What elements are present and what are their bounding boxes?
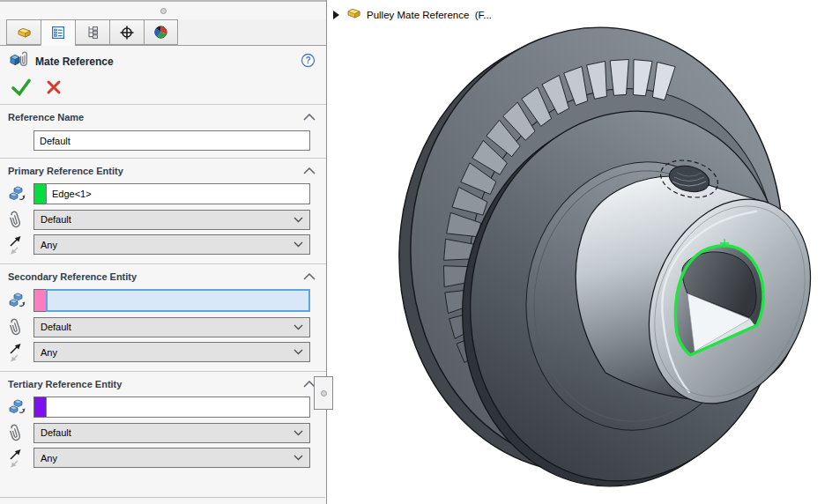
- group-title: Tertiary Reference Entity: [8, 379, 303, 389]
- primary-selection-input[interactable]: [46, 183, 310, 204]
- reference-name-header[interactable]: Reference Name: [0, 105, 326, 126]
- chevron-down-icon: [293, 217, 303, 223]
- mate-alignment-icon: [7, 235, 33, 255]
- ok-button[interactable]: [11, 78, 32, 96]
- dropdown-value: Default: [41, 427, 293, 438]
- pulley-model[interactable]: [331, 0, 832, 504]
- chevron-down-icon: [293, 324, 303, 330]
- mate-reference-icon: [9, 51, 28, 72]
- tertiary-color-swatch: [33, 397, 46, 418]
- chevron-up-icon: [303, 273, 316, 280]
- displaymanager-icon: [153, 25, 168, 40]
- tab-configurationmanager[interactable]: [75, 19, 109, 45]
- section-secondary-reference: Secondary Reference Entity: [0, 264, 326, 371]
- primary-color-swatch: [33, 183, 46, 204]
- configurationmanager-icon: [85, 25, 100, 40]
- grip-dot: [321, 390, 327, 397]
- chevron-down-icon: [293, 241, 303, 248]
- secondary-color-swatch: [33, 289, 46, 312]
- property-manager-panel: Mate Reference ?: [0, 0, 327, 504]
- tertiary-mate-type-dropdown[interactable]: Default: [33, 423, 310, 443]
- paperclip-icon: [7, 209, 33, 230]
- paperclip-icon: [7, 422, 33, 443]
- solidworks-window: Mate Reference ?: [0, 0, 832, 504]
- reference-entity-selection-icon: [7, 291, 33, 310]
- splitter-dot: [160, 8, 167, 14]
- flyout-part-icon: [346, 6, 361, 23]
- dropdown-value: Any: [41, 347, 293, 358]
- chevron-down-icon: [293, 430, 303, 436]
- chevron-up-icon: [303, 114, 316, 121]
- group-title: Secondary Reference Entity: [8, 271, 303, 282]
- cancel-button[interactable]: [46, 79, 62, 95]
- divider: [0, 497, 325, 498]
- propertymanager-header: Mate Reference ?: [0, 46, 326, 74]
- page-title: Mate Reference: [35, 56, 301, 68]
- reference-name-input[interactable]: [33, 130, 310, 151]
- reference-entity-selection-icon: [7, 397, 33, 417]
- tertiary-reference-header[interactable]: Tertiary Reference Entity: [0, 372, 326, 393]
- tab-propertymanager[interactable]: [41, 19, 75, 46]
- chevron-up-icon: [303, 167, 316, 174]
- dropdown-value: Default: [41, 322, 293, 332]
- flyout-node-label[interactable]: Pulley Mate Reference (F...: [367, 10, 492, 20]
- group-title: Primary Reference Entity: [8, 166, 303, 176]
- secondary-reference-header[interactable]: Secondary Reference Entity: [0, 264, 326, 285]
- tertiary-alignment-dropdown[interactable]: Any: [33, 448, 310, 468]
- help-button[interactable]: ?: [301, 53, 316, 71]
- graphics-area[interactable]: Pulley Mate Reference (F...: [328, 0, 832, 504]
- featuremanager-part-icon: [17, 26, 32, 39]
- manager-tab-bar: [0, 19, 326, 46]
- dropdown-value: Any: [41, 453, 293, 463]
- pulley-part[interactable]: [388, 18, 832, 504]
- dropdown-value: Any: [41, 240, 293, 250]
- flyout-featuremanager-node[interactable]: Pulley Mate Reference (F...: [333, 6, 492, 23]
- propertymanager-actions: [0, 74, 326, 104]
- section-primary-reference: Primary Reference Entity: [0, 159, 326, 263]
- mate-alignment-icon: [7, 448, 33, 468]
- mate-alignment-icon: [7, 343, 33, 362]
- primary-reference-header[interactable]: Primary Reference Entity: [0, 159, 326, 180]
- secondary-selection-box[interactable]: [46, 289, 310, 312]
- paperclip-icon: [7, 316, 33, 337]
- flyout-expand-arrow[interactable]: [333, 11, 339, 19]
- secondary-mate-type-dropdown[interactable]: Default: [33, 317, 310, 337]
- propertymanager-icon: [51, 26, 65, 40]
- chevron-down-icon: [293, 349, 303, 355]
- help-glyph: ?: [305, 56, 310, 65]
- panel-resize-grip[interactable]: [314, 376, 333, 410]
- group-title: Reference Name: [8, 112, 303, 122]
- dropdown-value: Default: [41, 214, 293, 225]
- tab-featuremanager[interactable]: [6, 19, 41, 45]
- dimxpertmanager-icon: [119, 25, 135, 41]
- primary-mate-type-dropdown[interactable]: Default: [33, 210, 310, 230]
- secondary-selection-input[interactable]: [48, 291, 308, 310]
- tab-displaymanager[interactable]: [144, 19, 178, 45]
- tertiary-selection-input[interactable]: [46, 397, 310, 418]
- secondary-alignment-dropdown[interactable]: Any: [33, 342, 310, 362]
- reference-entity-selection-icon: [7, 184, 33, 204]
- tab-dimxpertmanager[interactable]: [109, 19, 144, 45]
- featuremanager-splitter[interactable]: [0, 0, 326, 19]
- section-tertiary-reference: Tertiary Reference Entity: [0, 372, 326, 468]
- primary-alignment-dropdown[interactable]: Any: [33, 234, 310, 255]
- section-reference-name: Reference Name: [0, 105, 326, 151]
- chevron-down-icon: [293, 455, 303, 461]
